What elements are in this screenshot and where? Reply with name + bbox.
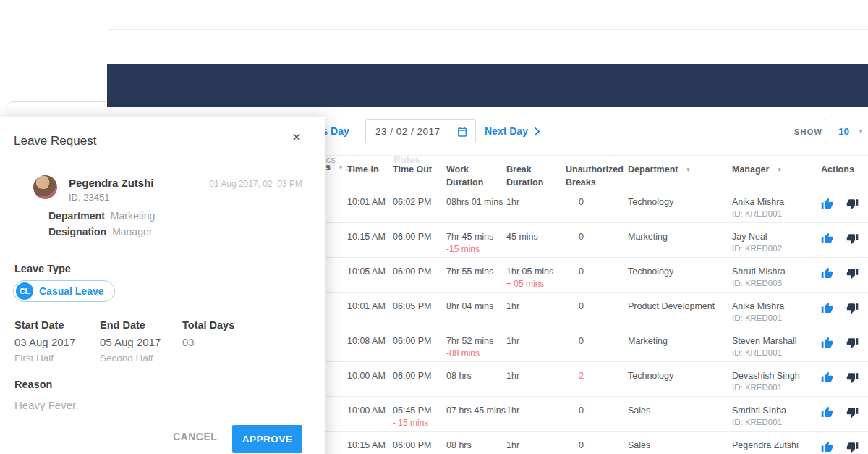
thumbs-up-icon[interactable]: [821, 441, 833, 453]
thumbs-down-icon[interactable]: [846, 337, 859, 349]
total-days-label: Total Days: [182, 319, 234, 331]
page-size-select[interactable]: 10 ▼: [825, 119, 868, 143]
unauthorized-breaks-cell: 0: [566, 188, 628, 222]
time-in-cell: 10:15 AM: [347, 432, 393, 454]
work-duration-cell: 7hr 55 mins: [446, 258, 506, 292]
thumbs-down-icon[interactable]: [846, 371, 859, 384]
column-break-duration: Break Duration: [506, 156, 566, 189]
leave-type-badge[interactable]: CL Casual Leave: [13, 280, 115, 302]
start-date-value: 03 Aug 2017: [14, 336, 75, 348]
time-in-cell: 10:00 AM: [347, 362, 393, 396]
department-cell: Marketing: [628, 223, 732, 257]
department-cell: Product Development: [628, 293, 732, 327]
break-duration-cell: 1hr: [506, 188, 566, 222]
employee-avatar: [33, 175, 57, 199]
department-cell: Technology: [628, 362, 732, 396]
next-day-button[interactable]: Next Day: [485, 125, 542, 137]
time-in-cell: 10:05 AM: [347, 258, 393, 292]
app-window: K?EDILY Admin ? 23 Attendance Analytics …: [0, 0, 868, 454]
thumbs-down-icon[interactable]: [846, 267, 859, 279]
time-out-delta: - 15 mins: [393, 418, 446, 428]
approve-button[interactable]: APPROVE: [232, 425, 302, 453]
manager-cell: Devashish SinghID: KRED001: [732, 362, 821, 396]
work-duration-cell: 8hr 04 mins: [446, 293, 506, 327]
modal-title: Leave Request: [14, 134, 96, 148]
thumbs-up-icon[interactable]: [821, 232, 833, 245]
thumbs-up-icon[interactable]: [821, 406, 833, 419]
thumbs-up-icon[interactable]: [821, 302, 833, 314]
time-in-cell: 10:00 AM: [347, 397, 393, 431]
column-manager[interactable]: Manager▼: [732, 156, 821, 189]
manager-cell: Steven MarshallID: KRED001: [732, 327, 821, 361]
department-cell: Sales: [628, 397, 732, 431]
department-label: Department: [48, 210, 105, 222]
break-duration-cell: 1hr: [506, 293, 566, 327]
actions-cell: [821, 223, 868, 257]
actions-cell: [821, 188, 868, 222]
designation-label: Designation: [48, 226, 106, 237]
reason-label: Reason: [14, 379, 52, 390]
break-duration-cell: 45 mins: [506, 223, 566, 257]
department-cell: Technology: [628, 188, 732, 222]
leave-type-code: CL: [16, 282, 33, 300]
unauthorized-breaks-cell: 0: [566, 293, 628, 327]
work-duration-cell: 7hr 52 mins-08 mins: [446, 327, 506, 361]
column-unauthorized-breaks: Unauthorized Breaks: [566, 156, 628, 189]
break-duration-delta: + 05 mins: [506, 279, 566, 289]
reason-text: Heavy Fever.: [14, 399, 78, 411]
employee-id: ID: 23451: [69, 192, 109, 203]
time-out-cell: 06:00 PM: [393, 432, 446, 454]
work-duration-cell: 08 hrs: [446, 432, 506, 454]
leave-type-name: Casual Leave: [39, 285, 104, 297]
end-date-label: End Date: [100, 319, 161, 331]
sort-caret-icon: ▼: [776, 167, 782, 173]
manager-id: ID: KRED002: [732, 244, 821, 253]
column-work-duration: Work Duration: [446, 156, 506, 189]
thumbs-down-icon[interactable]: [846, 302, 859, 314]
cancel-button[interactable]: CANCEL: [173, 431, 217, 442]
manager-cell: Smrihti SInhaID: KRED001: [732, 397, 821, 431]
thumbs-down-icon[interactable]: [846, 406, 859, 419]
close-icon[interactable]: ×: [292, 129, 301, 144]
manager-id: ID: KRED001: [732, 418, 821, 426]
thumbs-up-icon[interactable]: [821, 198, 833, 210]
work-duration-cell: 07 hrs 45 mins: [446, 397, 506, 431]
thumbs-up-icon[interactable]: [821, 371, 833, 384]
work-duration-delta: -15 mins: [446, 244, 506, 254]
chevron-right-icon: [532, 126, 542, 137]
unauthorized-breaks-cell: 0: [566, 258, 628, 292]
date-value: 23 / 02 / 2017: [375, 126, 456, 137]
date-picker[interactable]: 23 / 02 / 2017: [365, 119, 476, 143]
end-date-half: Second Half: [100, 353, 161, 363]
actions-cell: [821, 397, 868, 431]
start-date-label: Start Date: [14, 319, 75, 331]
divider: [0, 159, 326, 159]
actions-cell: [821, 327, 868, 361]
thumbs-up-icon[interactable]: [821, 267, 833, 279]
time-in-cell: 10:01 AM: [347, 293, 393, 327]
column-department[interactable]: Department▼: [628, 156, 732, 189]
break-duration-cell: 1hr: [506, 327, 566, 361]
manager-cell: Anika MishraID: KRED001: [732, 188, 821, 222]
column-time-in: Time in: [347, 156, 393, 189]
top-header: K?EDILY Admin ? 23: [107, 29, 868, 64]
thumbs-down-icon[interactable]: [846, 232, 859, 245]
break-duration-cell: 1hr: [506, 397, 566, 431]
time-out-cell: 06:00 PM: [393, 223, 446, 257]
column-time-out: Time Out: [393, 156, 446, 189]
break-duration-cell: 1hr 05 mins+ 05 mins: [506, 258, 566, 292]
thumbs-up-icon[interactable]: [821, 337, 833, 349]
unauthorized-breaks-cell: 0: [566, 223, 628, 257]
work-duration-cell: 08hrs 01 mins: [446, 188, 506, 222]
thumbs-down-icon[interactable]: [846, 441, 859, 453]
manager-id: ID: KRED001: [732, 209, 821, 218]
page-size-value: 10: [838, 126, 849, 137]
thumbs-down-icon[interactable]: [846, 198, 859, 210]
start-date-half: First Half: [14, 353, 75, 363]
time-in-cell: 10:01 AM: [347, 188, 393, 222]
break-duration-cell: 1hr: [506, 362, 566, 396]
chevron-down-icon: ▼: [858, 128, 864, 135]
designation-value: Manager: [112, 226, 152, 237]
work-duration-delta: -08 mins: [446, 348, 506, 358]
time-in-cell: 10:15 AM: [347, 223, 393, 257]
